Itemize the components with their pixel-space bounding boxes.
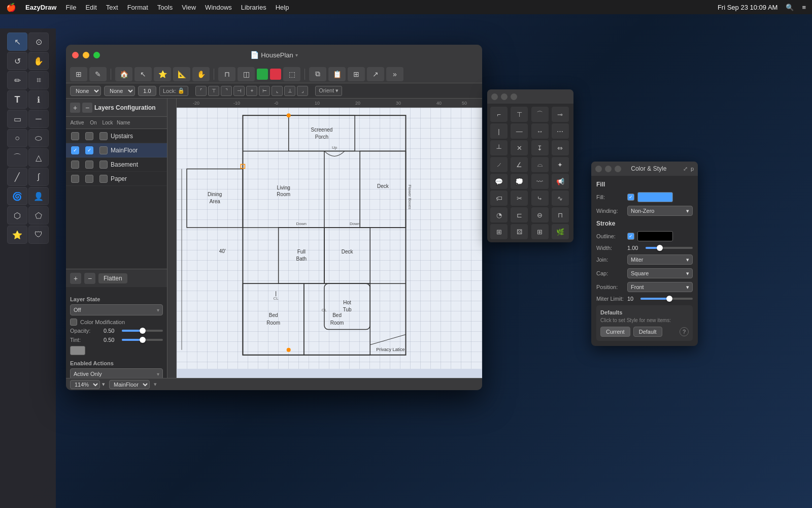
tool-polygon[interactable]: ⬡ (7, 206, 27, 225)
tool-star[interactable]: ⭐ (7, 226, 27, 244)
fill-color-swatch[interactable] (637, 192, 673, 202)
star-icon[interactable]: ⭐ (154, 67, 171, 81)
default-button[interactable]: Default (633, 327, 662, 337)
tool-pen[interactable]: ✏ (7, 71, 27, 89)
align-bl[interactable]: ⌞ (272, 86, 283, 96)
basement-active-check[interactable] (71, 161, 79, 169)
enabled-actions-dropdown[interactable]: Active Only ▾ (70, 368, 163, 378)
layer-row-paper[interactable]: Paper (66, 172, 167, 186)
current-button[interactable]: Current (600, 327, 630, 337)
shape1-icon[interactable]: ⊓ (218, 67, 235, 81)
tool-table[interactable]: ⊞ (531, 224, 549, 239)
tool-scissors[interactable]: ✂ (511, 190, 528, 206)
mainfloor-lock-check[interactable] (99, 146, 108, 154)
layer-row-basement[interactable]: Basement (66, 157, 167, 172)
hand-icon[interactable]: ✋ (192, 67, 210, 81)
tool-speech[interactable]: 💬 (490, 174, 507, 189)
tool-branch[interactable]: ⊸ (552, 107, 569, 122)
layer-add-btn[interactable]: + (70, 273, 81, 284)
miter-slider-thumb[interactable] (666, 296, 672, 302)
apple-icon[interactable]: 🍎 (6, 3, 16, 12)
tool-wave-sm[interactable]: 〰 (531, 174, 549, 189)
tool-bend[interactable]: ⤷ (531, 190, 549, 206)
align-mr[interactable]: ⊢ (259, 86, 270, 96)
layers-icon[interactable]: ⊞ (70, 67, 87, 81)
width-input[interactable] (138, 86, 156, 96)
menu-text[interactable]: Text (106, 4, 118, 11)
basement-lock-check[interactable] (99, 161, 108, 169)
rt-max[interactable] (511, 93, 517, 100)
miter-slider[interactable] (640, 298, 693, 300)
export-icon[interactable]: ↗ (367, 67, 384, 81)
menu-help[interactable]: Help (276, 4, 289, 11)
paste-icon[interactable]: 📋 (328, 67, 346, 81)
tool-ellipse[interactable]: ○ (7, 129, 27, 147)
tool-c-shape[interactable]: ⊏ (511, 207, 528, 223)
tool-rect[interactable]: ▭ (7, 110, 27, 128)
paper-lock-check[interactable] (99, 175, 108, 183)
paper-active-check[interactable] (71, 175, 79, 183)
paper-on-check[interactable] (85, 175, 93, 183)
minimize-button[interactable] (83, 52, 89, 58)
help-button[interactable]: ? (680, 327, 689, 336)
align-tr[interactable]: ⌝ (221, 86, 232, 96)
tool-circle-h[interactable]: ⊖ (531, 207, 549, 223)
resize-icon[interactable]: ⤢ (683, 166, 688, 172)
lock-button[interactable]: Lock: 🔒 (159, 86, 188, 96)
menu-file[interactable]: File (65, 4, 76, 11)
mainfloor-on-check[interactable]: ✓ (85, 146, 93, 154)
winding-dropdown[interactable]: Non-Zero ▾ (627, 206, 693, 216)
layer-row-mainfloor[interactable]: ✓ ✓ MainFloor (66, 143, 167, 157)
color-mod-checkbox[interactable] (70, 319, 77, 326)
opacity-slider[interactable] (122, 330, 163, 332)
align-bc[interactable]: ⊥ (284, 86, 295, 96)
tool-rotate[interactable]: ↺ (7, 52, 27, 70)
tool-line[interactable]: ─ (28, 110, 49, 128)
floorplan-svg[interactable]: Screened Porch Living Room Deck Dini (177, 108, 482, 378)
add-layer-icon[interactable]: + (70, 103, 80, 113)
menu-edit[interactable]: Edit (85, 4, 96, 11)
tool-portrait[interactable]: 👤 (28, 187, 49, 205)
tool-node[interactable]: ⌗ (28, 71, 49, 89)
copy-icon[interactable]: ⧉ (309, 67, 326, 81)
align-ml[interactable]: ⊣ (233, 86, 245, 96)
cursor-icon[interactable]: ↖ (134, 67, 152, 81)
rt-close[interactable] (491, 93, 498, 100)
orient-dropdown[interactable]: Orient ▾ (315, 86, 342, 96)
align-tc[interactable]: ⊤ (208, 86, 219, 96)
layer-del-btn[interactable]: − (84, 273, 95, 284)
tool-tag[interactable]: 🏷 (490, 190, 507, 206)
tool-capsule[interactable]: ⬭ (28, 129, 49, 147)
join-dropdown[interactable]: Miter ▾ (627, 255, 693, 265)
pencil-icon[interactable]: ✎ (89, 67, 107, 81)
tool-shield[interactable]: 🛡 (28, 226, 49, 244)
tool-select[interactable]: ↖ (7, 33, 27, 51)
flatten-btn[interactable]: Flatten (98, 273, 127, 283)
tool-bezier[interactable]: ⌒ (7, 148, 27, 167)
align-br[interactable]: ⌟ (297, 86, 308, 96)
stroke-dropdown1[interactable]: None (70, 86, 101, 96)
tool-joint[interactable]: ┴ (490, 140, 507, 155)
shape2-icon[interactable]: ◫ (238, 67, 255, 81)
cp-max[interactable] (615, 166, 621, 172)
tool-bubble[interactable]: 💭 (511, 174, 528, 189)
tool-corner[interactable]: ⌐ (490, 107, 507, 122)
layer-select-status[interactable]: MainFloor Upstairs Basement (109, 380, 150, 389)
menu-tools[interactable]: Tools (157, 4, 173, 11)
stroke-dropdown2[interactable]: None (104, 86, 135, 96)
tint-color-swatch[interactable] (70, 346, 85, 355)
tool-waveform[interactable]: ⊓ (552, 207, 569, 223)
tool-extend[interactable]: ↧ (531, 140, 549, 155)
cp-close[interactable] (595, 166, 602, 172)
menu-format[interactable]: Format (127, 4, 148, 11)
tool-octagon[interactable]: ⬠ (28, 206, 49, 225)
tool-star-sm[interactable]: ✦ (552, 157, 569, 172)
controls-icon[interactable]: ≡ (802, 4, 806, 11)
basement-on-check[interactable] (85, 161, 93, 169)
tool-arrows[interactable]: ↔ (531, 123, 549, 139)
close-button[interactable] (72, 52, 79, 58)
zoom-select[interactable]: 114% 100% 75% (70, 380, 100, 389)
tool-wave[interactable]: ∫ (28, 168, 49, 186)
upstairs-lock-check[interactable] (99, 132, 108, 140)
tool-pan[interactable]: ✋ (28, 52, 49, 70)
